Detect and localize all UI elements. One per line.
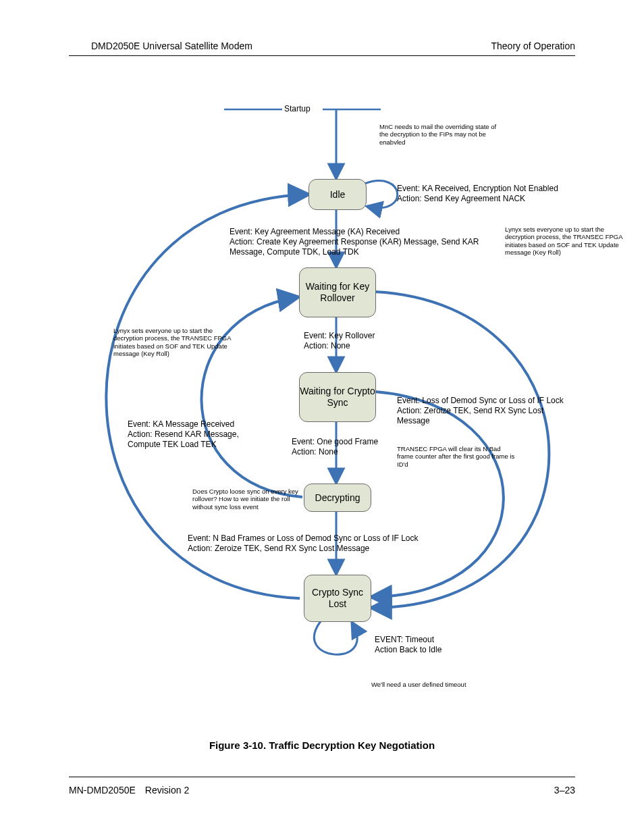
startup-label: Startup — [284, 104, 311, 113]
note-crypto-question: Does Crypto loose sync on every key roll… — [192, 488, 307, 511]
state-waiting-key-rollover: Waiting for Key Rollover — [299, 267, 376, 317]
label-idle-self: Event: KA Received, Encryption Not Enabl… — [397, 184, 572, 204]
state-waiting-crypto-sync: Waiting for Crypto Sync — [299, 372, 376, 422]
label-loss-demod: Event: Loss of Demod Sync or Loss of IF … — [397, 396, 572, 426]
note-lynyx-left: Lynyx sets everyone up to start the decr… — [113, 327, 235, 358]
label-timeout: EVENT: TimeoutAction Back to Idle — [375, 635, 489, 655]
state-crypto-sync-lost: Crypto Sync Lost — [304, 575, 371, 622]
label-ka-received: Event: KA Message ReceivedAction: Resend… — [128, 419, 263, 450]
label-nbad-frames: Event: N Bad Frames or Loss of Demod Syn… — [188, 533, 471, 554]
note-lynyx-right: Lynyx sets everyone up to start the decr… — [505, 226, 626, 257]
note-transec: TRANSEC FPGA will clear its N Bad frame … — [397, 445, 518, 468]
state-decrypting: Decrypting — [304, 484, 371, 512]
label-one-good-frame: Event: One good FrameAction: None — [292, 437, 393, 457]
label-key-rollover: Event: Key RolloverAction: None — [304, 331, 405, 351]
state-idle: Idle — [308, 179, 367, 210]
label-idle-to-waitkey: Event: Key Agreement Message (KA) Receiv… — [230, 227, 486, 257]
note-mnc: MnC needs to mail the overriding state o… — [379, 123, 501, 146]
note-user-timeout: We'll need a user defined timeout — [371, 681, 506, 688]
